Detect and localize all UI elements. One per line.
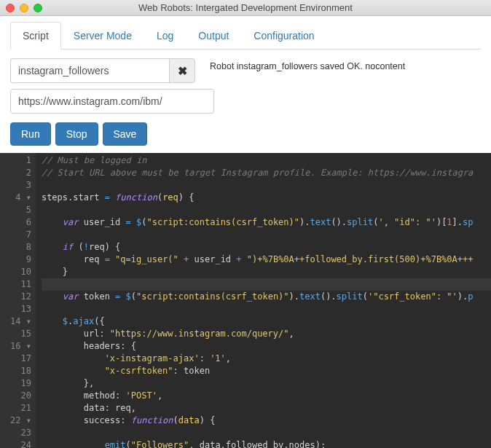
titlebar: Web Robots: Intergated Development Envir… bbox=[0, 0, 491, 16]
code-line[interactable]: emit("Followers", data.followed_by.nodes… bbox=[42, 439, 491, 448]
code-line[interactable] bbox=[42, 229, 491, 241]
tab-output[interactable]: Output bbox=[186, 22, 241, 50]
code-line[interactable]: } bbox=[42, 266, 491, 278]
code-line[interactable]: data: req, bbox=[42, 402, 491, 414]
code-line[interactable]: req = "q=ig_user(" + user_id + ")+%7B%0A… bbox=[42, 254, 491, 266]
tab-server-mode[interactable]: Server Mode bbox=[61, 22, 144, 50]
stop-button[interactable]: Stop bbox=[55, 122, 98, 146]
status-message: Robot instagram_followers saved OK. noco… bbox=[210, 58, 405, 71]
code-line[interactable]: "x-csrftoken": token bbox=[42, 365, 491, 377]
code-line[interactable] bbox=[42, 278, 491, 291]
code-line[interactable] bbox=[42, 303, 491, 315]
code-line[interactable]: var token = $("script:contains(csrf_toke… bbox=[42, 291, 491, 303]
run-button[interactable]: Run bbox=[10, 122, 51, 146]
tab-script[interactable]: Script bbox=[10, 22, 61, 50]
robot-name-group: ✖ bbox=[10, 58, 195, 83]
code-line[interactable]: 'x-instagram-ajax': '1', bbox=[42, 353, 491, 365]
code-line[interactable]: steps.start = function(req) { bbox=[42, 192, 491, 204]
code-line[interactable]: // Must be logged in bbox=[42, 154, 491, 167]
save-button[interactable]: Save bbox=[103, 122, 148, 146]
code-line[interactable]: method: 'POST', bbox=[42, 390, 491, 402]
code-line[interactable]: // Start URL above must be target Instag… bbox=[42, 167, 491, 179]
code-area[interactable]: // Must be logged in// Start URL above m… bbox=[36, 153, 491, 448]
tab-log[interactable]: Log bbox=[144, 22, 186, 50]
start-url-input[interactable] bbox=[10, 89, 214, 114]
code-line[interactable]: var user_id = $("script:contains(csrf_to… bbox=[42, 216, 491, 229]
code-line[interactable]: }, bbox=[42, 377, 491, 390]
code-line[interactable]: $.ajax({ bbox=[42, 315, 491, 328]
window-title: Web Robots: Intergated Development Envir… bbox=[0, 2, 491, 13]
tab-configuration[interactable]: Configuration bbox=[241, 22, 326, 50]
code-editor[interactable]: 1234 ▾567891011121314 ▾1516 ▾17181920212… bbox=[0, 153, 491, 448]
code-line[interactable] bbox=[42, 179, 491, 192]
clear-name-button[interactable]: ✖ bbox=[169, 58, 195, 83]
code-line[interactable]: if (!req) { bbox=[42, 241, 491, 254]
robot-name-input[interactable] bbox=[10, 58, 169, 83]
code-line[interactable]: url: "https://www.instagram.com/query/", bbox=[42, 328, 491, 340]
code-line[interactable] bbox=[42, 427, 491, 439]
code-line[interactable] bbox=[42, 204, 491, 216]
code-line[interactable]: success: function(data) { bbox=[42, 414, 491, 427]
code-line[interactable]: headers: { bbox=[42, 340, 491, 353]
line-gutter: 1234 ▾567891011121314 ▾1516 ▾17181920212… bbox=[0, 153, 36, 448]
tab-bar: Script Server Mode Log Output Configurat… bbox=[10, 22, 481, 50]
